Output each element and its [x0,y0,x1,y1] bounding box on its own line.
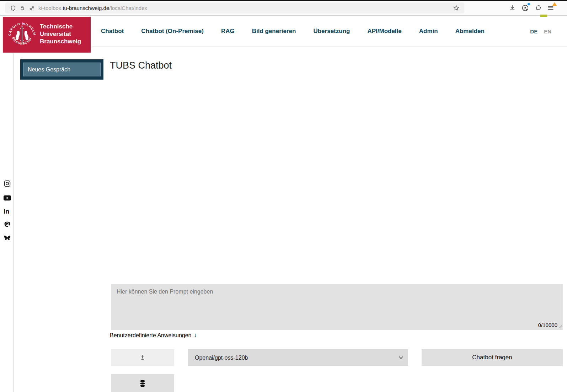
extensions-puzzle-icon[interactable] [533,3,542,12]
url-path: /localChat/index [109,5,147,11]
prompt-input[interactable] [111,284,563,330]
bookmark-star-icon[interactable] [451,4,461,13]
browser-window: ki-toolbox.tu-braunschweig.de/localChat/… [0,0,567,392]
language-switcher: DE EN [530,28,551,34]
custom-instructions-label: Benutzerdefinierte Anweisungen [110,332,192,339]
database-button[interactable] [111,374,174,392]
bluesky-icon[interactable] [3,233,11,242]
lang-de[interactable]: DE [530,28,537,34]
new-conversation-label: Neues Gespräch [23,63,101,76]
nav-item-chatbot[interactable]: Chatbot [101,28,124,35]
database-icon [139,379,146,388]
nav-item-rag[interactable]: RAG [221,28,235,35]
linkedin-icon[interactable]: in [3,207,11,215]
account-icon[interactable] [520,3,530,12]
model-select-wrap: Openai/gpt-oss-120b [188,349,408,366]
logo-line-2: Universität [40,30,81,38]
nav-item-admin[interactable]: Admin [419,28,438,35]
upload-button[interactable] [111,349,174,366]
url-bar[interactable]: ki-toolbox.tu-braunschweig.de/localChat/… [5,2,464,14]
logo-line-3: Braunschweig [40,38,81,45]
menu-hamburger-icon[interactable] [546,3,555,12]
lock-icon[interactable] [18,4,27,13]
instagram-icon[interactable] [3,179,11,188]
svg-text:in: in [4,208,9,215]
custom-instructions-toggle[interactable]: Benutzerdefinierte Anweisungen ↓ [110,332,197,339]
new-conversation-button[interactable]: Neues Gespräch [20,59,103,80]
ask-chatbot-button[interactable]: Chatbot fragen [422,349,563,366]
resize-handle-icon[interactable] [558,324,562,329]
upload-icon [139,354,146,361]
lang-en[interactable]: EN [544,28,551,34]
svg-text:CAROLO-WILHELMINA: CAROLO-WILHELMINA [6,19,36,36]
page-title: TUBS Chatbot [110,60,172,71]
social-links: in [3,179,11,242]
prompt-area: 0/10000 [111,284,563,330]
url-prefix: ki-toolbox. [38,5,63,11]
nav-item-chatbot-on-premise[interactable]: Chatbot (On-Premise) [141,28,204,35]
nav-item-api-modelle[interactable]: API/Modelle [367,28,401,35]
nav-item-uebersetzung[interactable]: Übersetzung [313,28,350,35]
mastodon-icon[interactable] [3,220,11,229]
char-counter: 0/10000 [538,322,557,328]
download-icon[interactable] [508,3,517,12]
url-domain: tu-braunschweig.de [63,5,109,11]
arrow-down-icon: ↓ [194,332,197,339]
tu-braunschweig-logo[interactable]: CAROLO-WILHELMINA BRAUNSCHWEIG Technisch… [3,17,91,53]
university-seal-icon: CAROLO-WILHELMINA BRAUNSCHWEIG [6,19,38,50]
main-nav: Chatbot Chatbot (On-Premise) RAG Bild ge… [101,23,485,40]
logo-wordmark: Technische Universität Braunschweig [40,23,81,45]
accent-green-bar [540,15,547,17]
browser-toolbar: ki-toolbox.tu-braunschweig.de/localChat/… [0,0,567,16]
shield-icon[interactable] [9,4,18,13]
logo-line-1: Technische [40,23,81,30]
header-divider [92,47,567,47]
url-text: ki-toolbox.tu-braunschweig.de/localChat/… [38,5,147,11]
sidebar-divider [14,53,14,392]
nav-item-bild-generieren[interactable]: Bild generieren [252,28,296,35]
seal-top-text: CAROLO-WILHELMINA [6,19,36,36]
model-select[interactable]: Openai/gpt-oss-120b [188,349,408,366]
menu-alert-badge [552,2,557,6]
nav-item-abmelden[interactable]: Abmelden [455,28,485,35]
youtube-icon[interactable] [3,194,11,202]
window-top-edge [0,0,567,1]
account-notification-dot [527,2,530,6]
permissions-icon[interactable] [27,4,36,13]
